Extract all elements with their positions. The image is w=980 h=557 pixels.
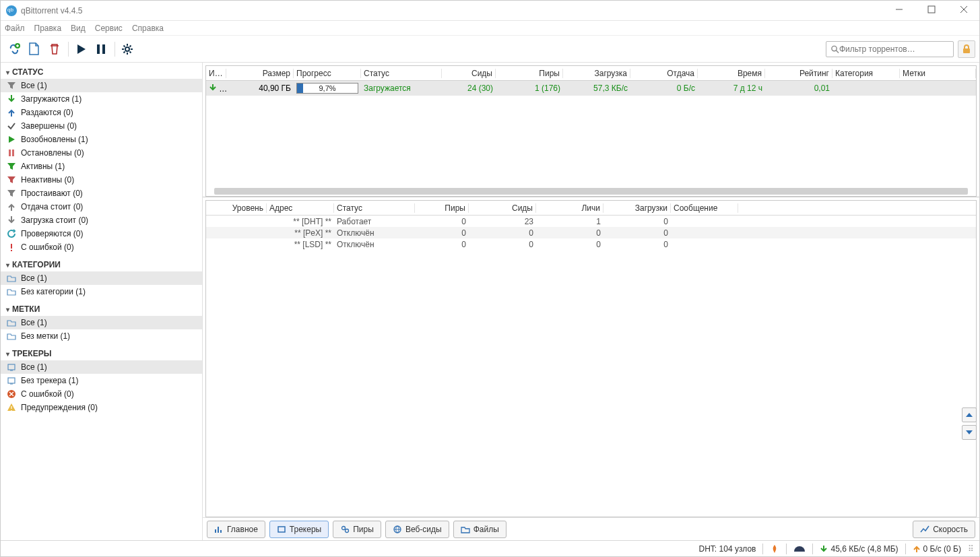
resize-grip[interactable]: ⠿ [968, 544, 974, 554]
sidebar-tracker-warn[interactable]: Предупреждения (0) [1, 401, 202, 414]
tracker-table: Уровень Адрес Статус Пиры Сиды Личи Загр… [205, 200, 977, 517]
filter-inactive-icon [6, 174, 17, 185]
main-area: ▾СТАТУС Все (1) Загружаются (1) Раздаютс… [1, 63, 979, 540]
svg-rect-10 [963, 48, 970, 53]
row-move-buttons [962, 407, 977, 440]
tab-peers[interactable]: Пиры [333, 521, 381, 538]
tab-general[interactable]: Главное [207, 521, 265, 538]
peers-icon [340, 525, 350, 534]
tracker-icon [6, 362, 17, 372]
chevron-down-icon: ▾ [6, 69, 9, 76]
download-stalled-icon [6, 215, 17, 226]
filter-search[interactable] [826, 41, 954, 57]
status-download[interactable]: 45,6 КБ/с (4,8 МБ) [820, 544, 898, 554]
move-up-button[interactable] [962, 407, 977, 422]
sidebar-status-active[interactable]: Активны (1) [1, 160, 202, 173]
close-button[interactable] [954, 5, 974, 15]
folder-icon [6, 286, 17, 297]
tracker-row[interactable]: ** [LSD] ** Отключён 0 0 0 0 [206, 238, 976, 250]
sidebar-status-all[interactable]: Все (1) [1, 79, 202, 92]
menu-file[interactable]: Файл [5, 24, 25, 33]
sidebar-status-checking[interactable]: Проверяются (0) [1, 227, 202, 240]
sidebar-status-stalled-up[interactable]: Отдача стоит (0) [1, 200, 202, 214]
sidebar-tracker-error[interactable]: С ошибкой (0) [1, 387, 202, 401]
add-link-button[interactable] [5, 40, 24, 59]
toolbar [1, 36, 979, 63]
svg-rect-5 [97, 44, 100, 54]
statusbar: DHT: 104 узлов 45,6 КБ/с (4,8 МБ) 0 Б/с … [1, 540, 979, 556]
maximize-button[interactable] [921, 5, 942, 15]
sidebar-status-paused[interactable]: Остановлены (0) [1, 146, 202, 160]
sidebar-status-completed[interactable]: Завершены (0) [1, 119, 202, 133]
sidebar-status-header[interactable]: ▾СТАТУС [1, 65, 202, 79]
filter-active-icon [6, 161, 17, 172]
toolbar-separator [115, 42, 115, 57]
app-icon [6, 5, 17, 16]
sidebar-status-stalled-down[interactable]: Загрузка стоит (0) [1, 214, 202, 227]
minimize-button[interactable] [889, 5, 909, 15]
tracker-row[interactable]: ** [DHT] ** Работает 0 23 1 0 [206, 216, 976, 227]
tracker-panel: Уровень Адрес Статус Пиры Сиды Личи Загр… [203, 200, 979, 517]
filter-input[interactable] [839, 44, 949, 54]
status-altspeed-icon[interactable] [793, 545, 806, 553]
torrent-status-icon: … [206, 84, 226, 94]
sidebar-tracker-none[interactable]: Без трекера (1) [1, 374, 202, 387]
delete-button[interactable] [45, 40, 64, 59]
tab-trackers[interactable]: Трекеры [269, 521, 329, 538]
sidebar-tags-section: ▾МЕТКИ Все (1) Без метки (1) [1, 302, 202, 343]
lock-button[interactable] [958, 40, 975, 58]
menu-tools[interactable]: Сервис [95, 24, 123, 33]
sidebar-tags-header[interactable]: ▾МЕТКИ [1, 302, 202, 316]
status-firewall-icon[interactable] [770, 544, 779, 554]
move-down-button[interactable] [962, 425, 977, 440]
sidebar-status-resumed[interactable]: Возобновлены (1) [1, 133, 202, 146]
filter-stalled-icon [6, 188, 17, 199]
sidebar-category-all[interactable]: Все (1) [1, 271, 202, 285]
sidebar-status-inactive[interactable]: Неактивны (0) [1, 173, 202, 187]
error-circle-icon [6, 389, 17, 399]
tracker-table-header[interactable]: Уровень Адрес Статус Пиры Сиды Личи Загр… [206, 201, 976, 216]
sidebar-categories-section: ▾КАТЕГОРИИ Все (1) Без категории (1) [1, 258, 202, 298]
chart-icon [214, 525, 224, 534]
add-file-button[interactable] [25, 40, 44, 59]
svg-rect-18 [278, 527, 285, 532]
menu-edit[interactable]: Правка [34, 24, 62, 33]
svg-point-20 [346, 529, 349, 532]
chevron-down-icon: ▾ [6, 261, 9, 269]
status-dht[interactable]: DHT: 104 узлов [699, 544, 756, 554]
sidebar-status-section: ▾СТАТУС Все (1) Загружаются (1) Раздаютс… [1, 65, 202, 254]
torrent-row[interactable]: … 40,90 ГБ 9,7% Загружается 24 (30) 1 (1… [206, 81, 976, 96]
svg-rect-1 [928, 6, 935, 13]
torrent-table-header[interactable]: И… Размер Прогресс Статус Сиды Пиры Загр… [206, 66, 976, 81]
sidebar-category-none[interactable]: Без категории (1) [1, 285, 202, 298]
sidebar-status-errored[interactable]: С ошибкой (0) [1, 240, 202, 254]
start-button[interactable] [71, 40, 90, 59]
folder-icon [6, 273, 17, 284]
sidebar-status-stalled[interactable]: Простаивают (0) [1, 187, 202, 200]
sidebar-categories-header[interactable]: ▾КАТЕГОРИИ [1, 258, 202, 271]
status-upload[interactable]: 0 Б/с (0 Б) [913, 544, 961, 554]
menu-view[interactable]: Вид [71, 24, 86, 33]
sidebar-trackers-header[interactable]: ▾ТРЕКЕРЫ [1, 347, 202, 360]
upload-icon [6, 107, 17, 118]
menu-help[interactable]: Справка [132, 24, 164, 33]
svg-rect-12 [12, 150, 14, 156]
pause-button[interactable] [92, 40, 110, 59]
svg-point-7 [125, 47, 129, 51]
tab-webseeds[interactable]: Веб-сиды [385, 521, 449, 538]
sidebar: ▾СТАТУС Все (1) Загружаются (1) Раздаютс… [1, 63, 203, 540]
tab-speed[interactable]: Скорость [913, 521, 975, 538]
sidebar-tag-none[interactable]: Без метки (1) [1, 329, 202, 343]
tracker-row[interactable]: ** [PeX] ** Отключён 0 0 0 0 [206, 227, 976, 238]
horizontal-scrollbar[interactable] [206, 187, 976, 196]
sidebar-tracker-all[interactable]: Все (1) [1, 360, 202, 374]
sidebar-status-downloading[interactable]: Загружаются (1) [1, 92, 202, 106]
sidebar-tag-all[interactable]: Все (1) [1, 316, 202, 329]
upload-icon [913, 545, 921, 553]
titlebar: qBittorrent v4.4.5 [1, 1, 979, 21]
content-area: И… Размер Прогресс Статус Сиды Пиры Загр… [203, 63, 979, 540]
settings-button[interactable] [118, 40, 137, 59]
sidebar-status-seeding[interactable]: Раздаются (0) [1, 106, 202, 119]
tab-files[interactable]: Файлы [453, 521, 507, 538]
app-title: qBittorrent v4.4.5 [21, 6, 82, 15]
